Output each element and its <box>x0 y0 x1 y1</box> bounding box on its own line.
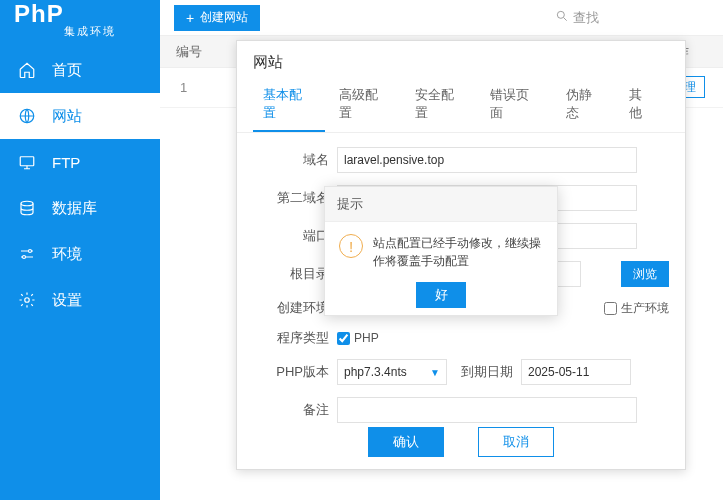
prod-env-checkbox[interactable]: 生产环境 <box>604 300 669 317</box>
home-icon <box>18 61 36 79</box>
search-icon <box>555 9 569 26</box>
sidebar: PhP 集成环境 首页 网站 FTP 数据库 环境 设置 <box>0 0 160 500</box>
tab-basic[interactable]: 基本配置 <box>253 78 325 132</box>
svg-point-4 <box>23 256 26 259</box>
nav-label: FTP <box>52 154 80 171</box>
nav-env[interactable]: 环境 <box>0 231 160 277</box>
create-label: 创建网站 <box>200 9 248 26</box>
row-number: 1 <box>160 80 216 95</box>
label-phpver: PHP版本 <box>253 363 329 381</box>
label-expire: 到期日期 <box>447 363 513 381</box>
caret-down-icon: ▼ <box>430 367 440 378</box>
search-label: 查找 <box>573 9 599 27</box>
checkbox-icon[interactable] <box>604 302 617 315</box>
logo: PhP 集成环境 <box>0 0 160 47</box>
col-number: 编号 <box>160 36 216 67</box>
svg-point-3 <box>29 250 32 253</box>
tab-other[interactable]: 其他 <box>619 78 665 132</box>
modal-footer: 确认 取消 <box>237 427 685 457</box>
svg-point-2 <box>21 201 33 206</box>
monitor-icon <box>18 153 36 171</box>
label-env: 创建环境 <box>253 299 329 317</box>
label-domain2: 第二域名 <box>253 189 329 207</box>
cancel-button[interactable]: 取消 <box>478 427 554 457</box>
label-port: 端口 <box>253 227 329 245</box>
alert-message: 站点配置已经手动修改，继续操作将覆盖手动配置 <box>373 234 543 270</box>
tab-rewrite[interactable]: 伪静态 <box>556 78 615 132</box>
checkbox-icon[interactable] <box>337 332 350 345</box>
prod-env-label: 生产环境 <box>621 300 669 317</box>
domain-input[interactable] <box>337 147 637 173</box>
nav-label: 数据库 <box>52 199 97 218</box>
nav-label: 设置 <box>52 291 82 310</box>
logo-subtitle: 集成环境 <box>64 24 146 39</box>
expire-input[interactable] <box>521 359 631 385</box>
alert-body: ! 站点配置已经手动修改，继续操作将覆盖手动配置 <box>325 222 557 276</box>
nav-home[interactable]: 首页 <box>0 47 160 93</box>
label-domain: 域名 <box>253 151 329 169</box>
alert-dialog: 提示 ! 站点配置已经手动修改，继续操作将覆盖手动配置 好 <box>324 186 558 316</box>
phpver-value: php7.3.4nts <box>344 365 407 379</box>
alert-ok-button[interactable]: 好 <box>416 282 466 308</box>
php-label: PHP <box>354 331 379 345</box>
create-site-button[interactable]: + 创建网站 <box>174 5 260 31</box>
warning-icon: ! <box>339 234 363 258</box>
nav-settings[interactable]: 设置 <box>0 277 160 323</box>
plus-icon: + <box>186 10 194 26</box>
svg-point-6 <box>557 11 564 18</box>
nav-label: 网站 <box>52 107 82 126</box>
tab-advanced[interactable]: 高级配置 <box>329 78 401 132</box>
svg-rect-1 <box>20 157 34 166</box>
label-note: 备注 <box>253 401 329 419</box>
globe-icon <box>18 107 36 125</box>
alert-title: 提示 <box>325 187 557 222</box>
search-button[interactable]: 查找 <box>555 9 599 27</box>
toolbar: + 创建网站 查找 <box>160 0 723 36</box>
browse-button[interactable]: 浏览 <box>621 261 669 287</box>
modal-tabs: 基本配置 高级配置 安全配置 错误页面 伪静态 其他 <box>237 78 685 133</box>
tab-error[interactable]: 错误页面 <box>480 78 552 132</box>
nav-ftp[interactable]: FTP <box>0 139 160 185</box>
nav-website[interactable]: 网站 <box>0 93 160 139</box>
nav-label: 首页 <box>52 61 82 80</box>
tab-security[interactable]: 安全配置 <box>405 78 477 132</box>
label-root: 根目录 <box>253 265 329 283</box>
phpver-select[interactable]: php7.3.4nts ▼ <box>337 359 447 385</box>
label-ptype: 程序类型 <box>253 329 329 347</box>
modal-title: 网站 <box>237 41 685 78</box>
sliders-icon <box>18 245 36 263</box>
database-icon <box>18 199 36 217</box>
gear-icon <box>18 291 36 309</box>
php-checkbox[interactable]: PHP <box>337 331 379 345</box>
nav-label: 环境 <box>52 245 82 264</box>
nav-database[interactable]: 数据库 <box>0 185 160 231</box>
note-input[interactable] <box>337 397 637 423</box>
svg-point-5 <box>25 298 30 303</box>
confirm-button[interactable]: 确认 <box>368 427 444 457</box>
logo-title: PhP <box>14 2 146 26</box>
